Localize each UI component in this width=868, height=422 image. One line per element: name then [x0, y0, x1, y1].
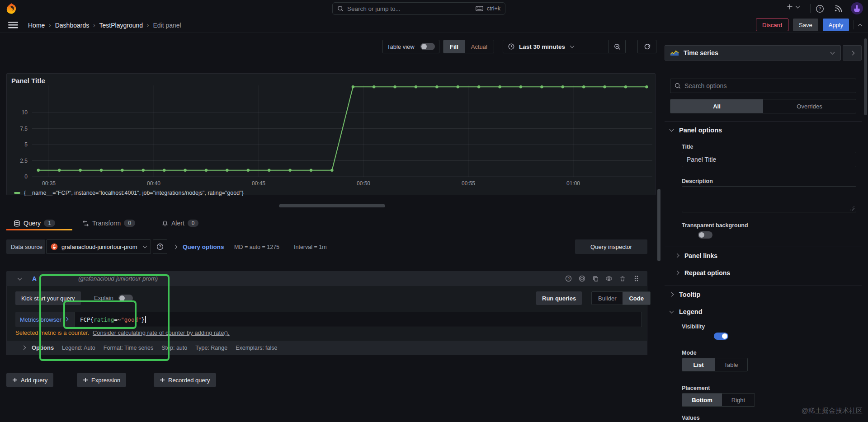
options-search-box[interactable]	[670, 79, 856, 93]
save-button[interactable]: Save	[793, 19, 818, 31]
refresh-button[interactable]	[637, 40, 656, 53]
options-search-input[interactable]	[684, 79, 852, 93]
search-icon	[337, 5, 344, 12]
legend-visibility-toggle[interactable]	[714, 333, 728, 340]
chevron-right-icon	[64, 317, 68, 321]
query-disable-icon[interactable]	[576, 273, 588, 285]
global-search-box[interactable]: ctrl+k	[332, 2, 505, 15]
legend-series-name[interactable]: {__name__="FCP", instance="localhost:400…	[24, 190, 244, 196]
panel-title-input[interactable]	[687, 152, 851, 167]
time-series-chart[interactable]: 02.557.51000:3500:4000:4500:5000:5501:00	[7, 74, 656, 196]
query-help-icon[interactable]: ?	[562, 273, 574, 285]
placement-right-option[interactable]: Right	[722, 394, 755, 406]
menu-hamburger-icon[interactable]	[8, 22, 18, 28]
actual-option[interactable]: Actual	[465, 40, 494, 53]
grafana-logo-icon[interactable]	[5, 3, 17, 14]
news-rss-icon[interactable]	[833, 3, 844, 14]
datasource-picker[interactable]: grafanacloud-juniortour-prom	[46, 239, 151, 254]
description-field[interactable]	[682, 186, 856, 212]
run-queries-button[interactable]: Run queries	[536, 291, 582, 305]
chevron-down-icon	[143, 244, 147, 249]
fill-option[interactable]: Fill	[443, 40, 465, 53]
query-ref-id[interactable]: A	[32, 275, 37, 282]
toggle-viz-suggestions-button[interactable]	[843, 45, 862, 61]
metrics-browser-button[interactable]: Metrics browser	[15, 312, 74, 327]
table-view-toggle[interactable]	[420, 43, 435, 50]
query-row-header[interactable]: A (grafanacloud-juniortour-prom) ?	[6, 271, 647, 286]
options-exemplars: Exemplars: false	[236, 345, 277, 351]
breadcrumb: Home › Dashboards › TestPlayground › Edi…	[28, 17, 181, 33]
promql-code-editor[interactable]: FCP{rating=~"good"}	[74, 312, 642, 327]
chevron-down-icon	[670, 127, 674, 132]
text-cursor	[145, 316, 146, 323]
tooltip-section-header[interactable]: Tooltip	[670, 291, 700, 298]
datasource-help-button[interactable]: ?	[153, 239, 167, 254]
database-icon	[14, 220, 20, 227]
collapse-pane-icon[interactable]	[858, 23, 863, 28]
datasource-name: grafanacloud-juniortour-prom	[61, 244, 137, 250]
recorded-query-button[interactable]: Recorded query	[154, 373, 216, 387]
expression-button[interactable]: Expression	[77, 373, 126, 387]
query-datasource-hint: (grafanacloud-juniortour-prom)	[78, 275, 158, 282]
tab-all[interactable]: All	[670, 99, 763, 113]
apply-button[interactable]: Apply	[823, 19, 849, 31]
new-button[interactable]	[787, 4, 799, 10]
query-delete-trash-icon[interactable]	[617, 273, 628, 285]
query-drag-handle-icon[interactable]	[630, 273, 642, 285]
time-range-picker[interactable]: Last 30 minutes	[503, 40, 626, 53]
placement-bottom-option[interactable]: Bottom	[682, 394, 722, 406]
repeat-options-section-header[interactable]: Repeat options	[675, 269, 730, 277]
breadcrumb-bar: Home › Dashboards › TestPlayground › Edi…	[0, 17, 868, 33]
breadcrumb-separator: ›	[49, 22, 51, 28]
tab-alert-count: 0	[188, 220, 199, 227]
tab-transform[interactable]: Transform 0	[82, 216, 135, 230]
panel-links-section-header[interactable]: Panel links	[675, 252, 717, 259]
query-inspector-button[interactable]: Query inspector	[575, 239, 647, 254]
panel-title-field[interactable]	[682, 152, 856, 167]
description-input[interactable]	[687, 189, 851, 209]
transparent-background-toggle[interactable]	[698, 231, 712, 239]
mode-list-option[interactable]: List	[682, 358, 715, 371]
svg-text:7.5: 7.5	[20, 126, 28, 132]
actions-divider	[854, 20, 854, 29]
panel-options-section-header[interactable]: Panel options	[670, 127, 722, 134]
query-hide-eye-icon[interactable]	[603, 273, 615, 285]
breadcrumb-dashboards[interactable]: Dashboards	[55, 22, 90, 29]
chevron-down-icon	[670, 309, 674, 314]
mode-table-option[interactable]: Table	[715, 358, 747, 371]
help-icon[interactable]: ?	[814, 3, 826, 14]
query-options-link[interactable]: Query options	[183, 244, 224, 250]
zoom-out-icon[interactable]	[609, 41, 625, 52]
add-rate-link[interactable]: Consider calculating rate of counter by …	[93, 329, 230, 336]
query-options-chevron[interactable]	[173, 245, 178, 249]
legend-placement-group: Bottom Right	[682, 393, 755, 407]
search-input[interactable]	[347, 3, 472, 14]
discard-button[interactable]: Discard	[756, 19, 788, 31]
builder-option[interactable]: Builder	[592, 292, 623, 305]
transform-icon	[82, 220, 89, 227]
legend-section-header[interactable]: Legend	[670, 308, 703, 315]
collapse-row-icon[interactable]	[18, 276, 22, 281]
breadcrumb-home[interactable]: Home	[28, 22, 45, 29]
kick-start-query-button[interactable]: Kick start your query	[15, 291, 81, 305]
code-option[interactable]: Code	[623, 292, 650, 305]
tab-alert[interactable]: Alert 0	[162, 216, 198, 230]
metrics-browser-label: Metrics browser	[20, 316, 61, 323]
breadcrumb-dashboard-name[interactable]: TestPlayground	[99, 22, 143, 29]
visualization-picker[interactable]: Time series	[665, 45, 841, 61]
values-label: Values	[682, 415, 700, 421]
sidebar-divider	[665, 247, 862, 247]
resize-grip-icon[interactable]	[850, 206, 854, 211]
plus-icon	[12, 377, 18, 383]
options-expand-chevron[interactable]	[22, 346, 26, 350]
window-scrollbar[interactable]	[864, 38, 867, 115]
tab-query[interactable]: Query 1	[14, 216, 55, 230]
tab-overrides[interactable]: Overrides	[763, 99, 856, 113]
user-avatar[interactable]	[851, 2, 863, 14]
vertical-scrollbar[interactable]	[657, 189, 660, 261]
explain-toggle[interactable]	[118, 295, 133, 302]
query-duplicate-icon[interactable]	[590, 273, 601, 285]
add-query-button[interactable]: Add query	[6, 373, 53, 387]
horizontal-scrollbar[interactable]	[279, 204, 385, 207]
query-options-strip[interactable]: Options Legend: Auto Format: Time series…	[7, 341, 647, 355]
